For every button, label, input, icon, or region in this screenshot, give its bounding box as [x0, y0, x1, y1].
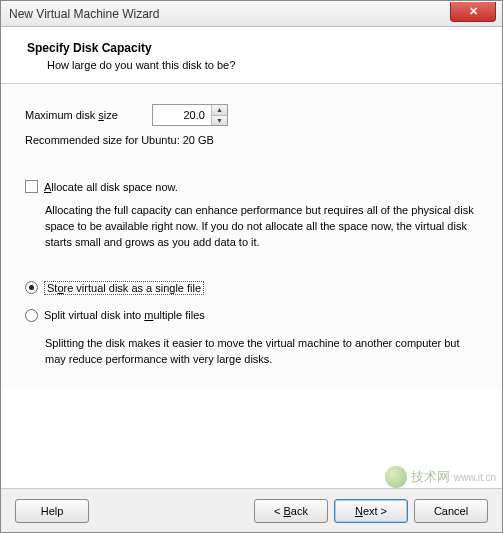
close-button[interactable]: ✕ [450, 2, 496, 22]
split-multiple-files-radio[interactable]: Split virtual disk into multiple files [25, 309, 478, 322]
page-title: Specify Disk Capacity [27, 41, 482, 55]
store-single-file-radio[interactable]: Store virtual disk as a single file [25, 281, 478, 295]
spinner-buttons: ▲ ▼ [211, 105, 227, 125]
disk-size-spinner[interactable]: ▲ ▼ [152, 104, 228, 126]
radio-icon [25, 309, 38, 322]
wizard-header: Specify Disk Capacity How large do you w… [1, 27, 502, 84]
allocate-description: Allocating the full capacity can enhance… [25, 203, 478, 251]
watermark: 技术网 www.it.cn [385, 466, 496, 488]
cancel-button[interactable]: Cancel [414, 499, 488, 523]
disk-size-input[interactable] [153, 105, 211, 125]
recommended-size: Recommended size for Ubuntu: 20 GB [25, 134, 478, 146]
titlebar: New Virtual Machine Wizard ✕ [1, 1, 502, 27]
page-subtitle: How large do you want this disk to be? [27, 59, 482, 71]
wizard-window: New Virtual Machine Wizard ✕ Specify Dis… [0, 0, 503, 533]
split-description: Splitting the disk makes it easier to mo… [25, 336, 478, 368]
radio-icon [25, 281, 38, 294]
allocate-now-label: Allocate all disk space now. [44, 181, 178, 193]
disk-size-row: Maximum disk size ▲ ▼ [25, 104, 478, 126]
split-multiple-files-label: Split virtual disk into multiple files [44, 309, 205, 321]
spinner-down[interactable]: ▼ [212, 116, 227, 126]
back-button[interactable]: < Back [254, 499, 328, 523]
next-button[interactable]: Next > [334, 499, 408, 523]
spinner-up[interactable]: ▲ [212, 105, 227, 116]
wizard-footer: Help < Back Next > Cancel [1, 488, 502, 532]
watermark-logo-icon [385, 466, 407, 488]
next-label: Next > [355, 505, 387, 517]
disk-size-label: Maximum disk size [25, 109, 118, 121]
wizard-body: Maximum disk size ▲ ▼ Recommended size f… [1, 84, 502, 388]
close-icon: ✕ [469, 5, 478, 18]
checkbox-icon [25, 180, 38, 193]
help-button[interactable]: Help [15, 499, 89, 523]
store-single-file-label: Store virtual disk as a single file [44, 281, 204, 295]
allocate-now-checkbox[interactable]: Allocate all disk space now. [25, 180, 478, 193]
back-label: < Back [274, 505, 308, 517]
window-title: New Virtual Machine Wizard [9, 7, 160, 21]
